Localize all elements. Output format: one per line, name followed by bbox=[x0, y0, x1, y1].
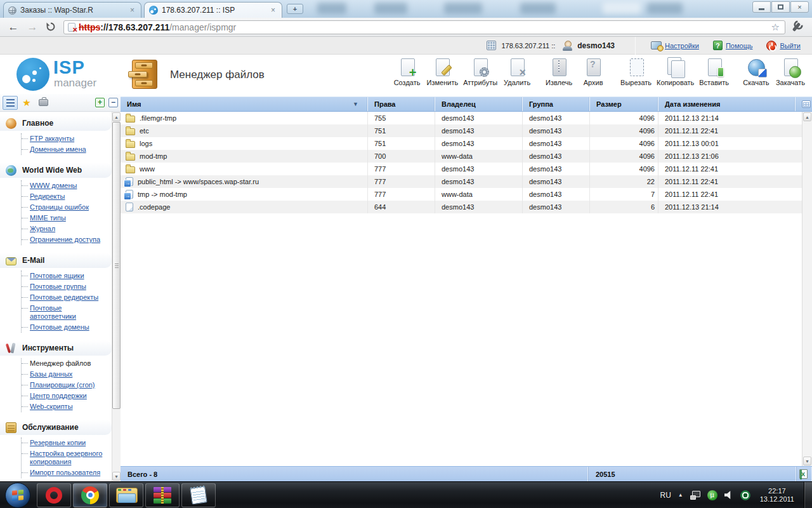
taskbar-explorer-button[interactable] bbox=[109, 483, 143, 507]
toolbar-button-download[interactable]: Скачать bbox=[740, 56, 773, 88]
help-link[interactable]: ? Помощь bbox=[713, 41, 753, 50]
table-settings-icon[interactable] bbox=[802, 100, 811, 108]
sidebar-section-header[interactable]: Обслуживание bbox=[0, 420, 112, 435]
sidebar-section-header[interactable]: Главное bbox=[0, 116, 112, 131]
file-row[interactable]: tmp -> mod-tmp 777 www-data desmo143 7 2… bbox=[121, 188, 802, 201]
toolbar-button-upload[interactable]: Закачать bbox=[774, 56, 807, 88]
collapse-all-button[interactable]: − bbox=[108, 98, 118, 107]
column-header[interactable]: Имя▼ bbox=[121, 97, 368, 111]
sidebar-item[interactable]: Менеджер файлов bbox=[22, 358, 112, 369]
sidebar-section-header[interactable]: World Wide Web bbox=[0, 163, 112, 178]
expand-all-button[interactable]: + bbox=[95, 98, 105, 107]
sidebar-item[interactable]: Почтовые группы bbox=[22, 281, 112, 292]
wrench-menu-icon[interactable] bbox=[790, 20, 807, 34]
sidebar-item[interactable]: FTP аккаунты bbox=[22, 133, 112, 144]
file-row[interactable]: .codepage 644 desmo143 desmo143 6 2011.1… bbox=[121, 201, 802, 213]
file-row[interactable]: logs 751 desmo143 desmo143 4096 2011.12.… bbox=[121, 137, 802, 150]
file-row[interactable]: www 777 desmo143 desmo143 4096 2011.12.1… bbox=[121, 163, 802, 175]
taskbar-chrome-button[interactable] bbox=[73, 483, 107, 507]
toolbar-button-attrs[interactable]: Аттрибуты bbox=[461, 56, 499, 88]
taskbar-notepad-button[interactable] bbox=[181, 483, 216, 507]
sidebar-item[interactable]: Редиректы bbox=[22, 191, 112, 202]
table-scrollbar[interactable]: ▲ ▼ bbox=[802, 112, 812, 466]
sidebar-section-header[interactable]: E-Mail bbox=[0, 253, 112, 268]
url-text[interactable]: https://178.63.207.211/manager/ispmgr bbox=[79, 22, 768, 32]
sidebar-item[interactable]: Резервные копии bbox=[22, 438, 112, 448]
favorites-button[interactable]: ★ bbox=[19, 96, 34, 110]
ispmanager-page: 178.63.207.211 :: desmo143 Настройки ? П… bbox=[0, 37, 812, 481]
insecure-page-icon[interactable] bbox=[68, 23, 75, 32]
menu-view-button[interactable] bbox=[3, 96, 18, 110]
sidebar-scrollbar[interactable]: ▲ ▼ bbox=[112, 112, 121, 481]
column-header[interactable]: Группа bbox=[523, 97, 590, 111]
toolbar-button-delete[interactable]: Удалить bbox=[501, 56, 534, 88]
file-row[interactable]: .filemgr-tmp 755 desmo143 desmo143 4096 … bbox=[121, 112, 802, 124]
excel-export-icon[interactable] bbox=[799, 469, 808, 479]
sidebar-item[interactable]: Ограничение доступа bbox=[22, 234, 112, 245]
tab-orders[interactable]: Заказы :: Wap-Star.R × bbox=[3, 2, 141, 18]
sidebar-section-header[interactable]: Инструменты bbox=[0, 340, 112, 356]
antivirus-icon[interactable] bbox=[740, 490, 750, 500]
file-row[interactable]: etc 751 desmo143 desmo143 4096 2011.12.1… bbox=[121, 124, 802, 137]
tab-close-icon[interactable]: × bbox=[269, 6, 277, 14]
column-header[interactable]: Владелец bbox=[435, 97, 523, 111]
show-desktop-button[interactable] bbox=[804, 482, 812, 508]
sidebar-item[interactable]: Планировщик (cron) bbox=[22, 380, 112, 391]
column-header[interactable]: Размер bbox=[590, 97, 658, 111]
sidebar-item[interactable]: Почтовые домены bbox=[22, 322, 112, 333]
toolbar-button-edit[interactable]: Изменить bbox=[425, 56, 461, 88]
tasks-button[interactable] bbox=[36, 96, 51, 110]
utorrent-icon[interactable]: µ bbox=[707, 490, 717, 500]
scroll-down-icon[interactable]: ▼ bbox=[112, 472, 121, 481]
toolbar-button-copy[interactable]: Копировать bbox=[655, 56, 696, 88]
toolbar-button-extract[interactable]: Извлечь bbox=[542, 56, 575, 88]
toolbar-button-create[interactable]: Создать bbox=[391, 56, 424, 88]
start-button[interactable] bbox=[5, 483, 30, 508]
sidebar-item[interactable]: WWW домены bbox=[22, 180, 112, 191]
reload-button[interactable] bbox=[42, 22, 60, 33]
taskbar-winrar-button[interactable] bbox=[145, 483, 180, 507]
sidebar-item[interactable]: Журнал bbox=[22, 224, 112, 234]
taskbar-clock[interactable]: 22:17 13.12.2011 bbox=[760, 487, 794, 504]
sidebar-item[interactable]: MIME типы bbox=[22, 213, 112, 224]
tray-expand-icon[interactable]: ▲ bbox=[678, 492, 683, 498]
sidebar-item[interactable]: Центр поддержки bbox=[22, 391, 112, 401]
sidebar-item[interactable]: Почтовые автоответчики bbox=[22, 303, 112, 322]
file-row[interactable]: public_html -> www/spaces.wap-star.ru 77… bbox=[121, 175, 802, 188]
sidebar-item[interactable]: Почтовые ящики bbox=[22, 271, 112, 281]
tab-close-icon[interactable]: × bbox=[128, 6, 136, 14]
file-row[interactable]: mod-tmp 700 www-data desmo143 4096 2011.… bbox=[121, 150, 802, 163]
sidebar-item[interactable]: Почтовые редиректы bbox=[22, 292, 112, 303]
sidebar-item[interactable]: Базы данных bbox=[22, 369, 112, 380]
minimize-button[interactable] bbox=[752, 1, 771, 13]
scrollbar-thumb[interactable] bbox=[112, 122, 121, 409]
maximize-button[interactable] bbox=[771, 1, 790, 13]
back-button[interactable]: ← bbox=[4, 21, 23, 34]
close-button[interactable]: × bbox=[790, 1, 809, 13]
sidebar-item[interactable]: Доменные имена bbox=[22, 144, 112, 155]
sidebar-item[interactable]: Страницы ошибок bbox=[22, 202, 112, 213]
toolbar-button-cut[interactable]: Вырезать bbox=[619, 56, 653, 88]
toolbar-button-archive[interactable]: Архив bbox=[577, 56, 610, 88]
speaker-icon[interactable] bbox=[724, 491, 733, 499]
new-tab-button[interactable]: + bbox=[287, 4, 303, 14]
tab-ispmanager[interactable]: 178.63.207.211 :: ISP × bbox=[144, 2, 282, 18]
column-header[interactable]: Дата изменения bbox=[658, 97, 796, 111]
scroll-down-icon[interactable]: ▼ bbox=[803, 457, 811, 465]
bookmark-star-icon[interactable]: ☆ bbox=[771, 22, 781, 33]
scroll-up-icon[interactable]: ▲ bbox=[803, 112, 811, 121]
language-indicator[interactable]: RU bbox=[660, 491, 671, 500]
logout-link[interactable]: Выйти bbox=[766, 41, 801, 51]
sidebar-item[interactable]: Web-скрипты bbox=[22, 401, 112, 412]
taskbar-opera-button[interactable] bbox=[37, 483, 71, 507]
network-icon[interactable] bbox=[690, 491, 700, 500]
export-cell bbox=[797, 467, 812, 481]
sidebar-item[interactable]: Импорт пользователя bbox=[22, 467, 112, 478]
sidebar-item[interactable]: Настройка резервного копирования bbox=[22, 448, 112, 467]
forward-button[interactable]: → bbox=[23, 21, 42, 34]
toolbar-button-paste[interactable]: Вставить bbox=[697, 56, 731, 88]
address-bar[interactable]: https://178.63.207.211/manager/ispmgr ☆ bbox=[63, 20, 785, 34]
column-header[interactable]: Права bbox=[368, 97, 435, 111]
settings-link[interactable]: Настройки bbox=[651, 41, 699, 50]
scroll-up-icon[interactable]: ▲ bbox=[112, 112, 121, 121]
